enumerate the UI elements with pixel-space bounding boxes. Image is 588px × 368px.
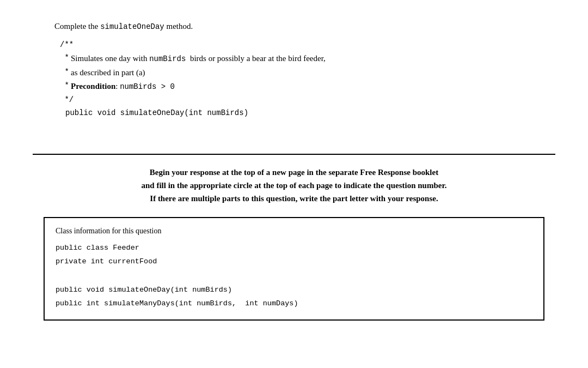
class-line-1: public class Feeder <box>56 241 532 255</box>
javadoc-line-1: * Simulates one day with numBirds birds … <box>60 52 534 66</box>
star-1: * <box>60 52 71 65</box>
javadoc-line-2: * as described in part (a) <box>60 66 534 80</box>
class-info-code: public class Feeder private int currentF… <box>56 241 532 311</box>
class-info-label: Class information for this question <box>56 227 532 236</box>
class-line-spacer <box>56 269 532 283</box>
javadoc-open-slash: /** <box>60 39 71 52</box>
javadoc-open: /** <box>60 39 534 52</box>
instruction-line2: and fill in the appropriate circle at th… <box>44 179 544 192</box>
class-line-4: public int simulateManyDays(int numBirds… <box>56 297 532 311</box>
star-close: */ <box>60 94 71 107</box>
javadoc-content-2: as described in part (a) <box>71 66 534 80</box>
instruction-line3: If there are multiple parts to this ques… <box>44 192 544 205</box>
method-signature: public void simulateOneDay(int numBirds) <box>65 107 534 120</box>
javadoc-close: */ <box>60 94 534 107</box>
horizontal-divider <box>33 154 555 155</box>
javadoc-content-3: Precondition: numBirds > 0 <box>71 80 534 94</box>
intro-paragraph: Complete the simulateOneDay method. <box>54 22 534 31</box>
javadoc-content-1: Simulates one day with numBirds birds or… <box>71 52 534 66</box>
response-instruction: Begin your response at the top of a new … <box>33 166 555 205</box>
intro-method: simulateOneDay <box>100 22 164 31</box>
class-info-box: Class information for this question publ… <box>44 217 544 321</box>
javadoc-block: /** * Simulates one day with numBirds bi… <box>60 39 534 120</box>
class-line-3: public void simulateOneDay(int numBirds) <box>56 283 532 297</box>
star-3: * <box>60 80 71 93</box>
star-2: * <box>60 66 71 79</box>
class-line-2: private int currentFood <box>56 255 532 269</box>
instruction-line1: Begin your response at the top of a new … <box>44 166 544 179</box>
javadoc-line-3: * Precondition: numBirds > 0 <box>60 80 534 94</box>
intro-text2: method. <box>164 22 193 31</box>
intro-text: Complete the <box>54 22 100 31</box>
top-section: Complete the simulateOneDay method. /** … <box>33 16 555 138</box>
